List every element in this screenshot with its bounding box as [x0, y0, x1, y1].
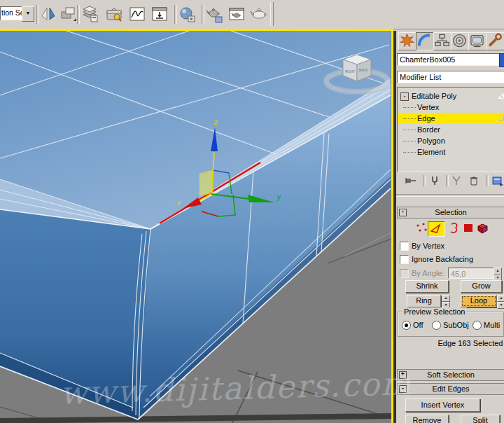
stack-item-label: Editable Poly [412, 90, 456, 102]
grow-button[interactable]: Grow [461, 280, 502, 293]
by-angle-value-field[interactable]: 45,0 [448, 268, 495, 279]
layer-manager-icon[interactable] [80, 5, 99, 23]
tree-line [403, 141, 416, 141]
toolbar-separator [423, 175, 426, 186]
application-window: { "ui": { "dropdown_arrow": "▼", "spinne… [0, 0, 504, 423]
viewcube-back-face-label[interactable]: BACK [359, 69, 368, 72]
shrink-button[interactable]: Shrink [405, 280, 449, 293]
object-name-field[interactable]: ChamferBox005 [397, 53, 501, 66]
schematic-view-icon[interactable] [150, 5, 169, 23]
selection-status-text: Edge 163 Selected [437, 339, 504, 347]
stack-item-element[interactable]: Element [398, 146, 504, 158]
loop-spinner[interactable]: ▲ ▼ [497, 295, 504, 307]
modify-icon [416, 33, 433, 48]
tree-line [403, 107, 416, 108]
tab-hierarchy[interactable] [433, 32, 452, 50]
preview-selection-title: Preview Selection [402, 307, 467, 316]
stack-item-label: Element [417, 146, 445, 158]
display-icon [469, 33, 485, 48]
tree-line [403, 152, 416, 153]
viewcube-right-face-label[interactable]: RIGHT [345, 70, 355, 74]
edit-edges-rollout-header[interactable]: - Edit Edges [397, 383, 504, 395]
stack-item-polygon[interactable]: Polygon [398, 135, 504, 146]
tab-display[interactable] [468, 32, 487, 50]
stack-item-edge-selected[interactable]: Edge [398, 113, 504, 124]
spinner-down-icon[interactable]: ▼ [497, 302, 504, 309]
tab-modify[interactable] [416, 32, 435, 50]
object-color-swatch[interactable] [499, 53, 504, 67]
ring-spinner[interactable]: ▲ ▼ [442, 295, 450, 307]
preview-off-radio[interactable] [402, 321, 411, 330]
main-toolbar: tion Se ▼ [0, 0, 504, 29]
toolbar-separator [174, 5, 177, 24]
border-subobject-icon[interactable] [447, 221, 461, 235]
spinner-up-icon[interactable]: ▲ [442, 295, 450, 302]
combo-dropdown-arrow-icon[interactable]: ▼ [22, 6, 34, 22]
modifier-list-dropdown[interactable]: Modifier List [397, 71, 504, 83]
by-vertex-checkbox[interactable] [400, 242, 409, 251]
render-production-icon[interactable] [250, 5, 268, 23]
polygon-subobject-icon[interactable] [461, 221, 476, 235]
make-unique-icon[interactable] [450, 174, 463, 187]
stack-item-label: Edge [417, 113, 435, 124]
command-panel: ChamferBox005 Modifier List - Editable P… [396, 31, 504, 423]
by-vertex-label: By Vertex [412, 242, 444, 250]
create-icon [399, 33, 415, 48]
spinner-up-icon[interactable]: ▲ [497, 295, 504, 302]
toolbar-separator [77, 5, 80, 24]
toolbar-end-ridge [270, 2, 274, 26]
collapse-icon[interactable]: - [400, 92, 409, 101]
named-selection-sets-combo[interactable]: tion Se [0, 6, 24, 20]
edge-subobject-icon-active[interactable] [428, 221, 445, 237]
element-subobject-icon[interactable] [475, 221, 490, 235]
tree-line [403, 130, 416, 130]
vertex-subobject-icon[interactable] [414, 221, 429, 235]
collapse-icon[interactable]: - [399, 209, 407, 216]
expand-icon[interactable]: + [399, 371, 407, 379]
selection-rollout-header[interactable]: - Selection [397, 207, 504, 219]
toolbar-separator [202, 5, 204, 24]
by-angle-label: By Angle: [412, 269, 444, 277]
curve-editor-icon[interactable] [128, 5, 146, 23]
preview-multi-radio[interactable] [472, 321, 482, 330]
align-icon[interactable] [59, 5, 77, 23]
spinner-up-icon[interactable]: ▲ [493, 268, 502, 275]
ignore-backfacing-label: Ignore Backfacing [412, 255, 473, 263]
hierarchy-icon [434, 33, 450, 48]
toolbar-separator [446, 175, 449, 186]
pin-stack-icon[interactable] [405, 174, 417, 187]
loop-button-active[interactable]: Loop [461, 295, 497, 307]
soft-selection-rollout-header[interactable]: + Soft Selection [397, 369, 504, 381]
scene-explorer-icon[interactable] [105, 5, 123, 23]
perspective-viewport[interactable]: x y z RIGHT BACK [0, 31, 391, 423]
stack-item-label: Border [417, 124, 440, 135]
stack-item-border[interactable]: Border [398, 124, 504, 135]
remove-button[interactable]: Remove [405, 415, 449, 423]
by-angle-checkbox[interactable] [400, 269, 409, 278]
remove-modifier-icon[interactable] [468, 174, 480, 187]
gizmo-xz-plane-handle[interactable] [200, 170, 213, 196]
stack-item-label: Vertex [417, 102, 439, 113]
by-angle-spinner[interactable]: ▲ ▼ [493, 268, 502, 279]
preview-off-label: Off [413, 321, 423, 329]
split-button[interactable]: Split [461, 415, 500, 423]
configure-modifier-sets-icon[interactable] [491, 174, 504, 187]
tab-create[interactable] [398, 32, 417, 50]
render-setup-icon[interactable] [205, 5, 223, 23]
collapse-icon[interactable]: - [399, 385, 407, 393]
stack-item-label: Polygon [417, 135, 445, 146]
stack-item-vertex[interactable]: Vertex [398, 102, 504, 113]
stack-item-editable-poly[interactable]: - Editable Poly [398, 90, 504, 102]
mirror-icon[interactable] [39, 5, 57, 23]
preview-subobj-radio[interactable] [432, 321, 441, 330]
show-end-result-icon[interactable] [428, 174, 441, 187]
ring-button[interactable]: Ring [407, 295, 441, 307]
ignore-backfacing-checkbox[interactable] [400, 255, 409, 264]
rendered-frame-window-icon[interactable] [227, 5, 246, 23]
tab-motion[interactable] [451, 32, 470, 50]
viewport-canvas[interactable]: x y z RIGHT BACK [0, 31, 391, 423]
material-editor-icon[interactable] [178, 5, 196, 23]
insert-vertex-button[interactable]: Insert Vertex [405, 398, 480, 412]
tab-utilities[interactable] [486, 32, 504, 50]
preview-subobj-label: SubObj [443, 321, 469, 329]
